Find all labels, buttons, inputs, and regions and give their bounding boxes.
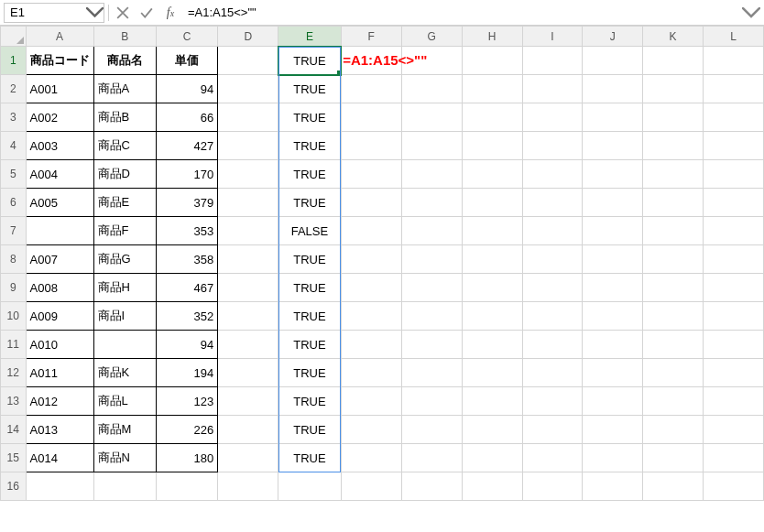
- cell-D1[interactable]: [218, 47, 278, 75]
- cell-L6[interactable]: [704, 189, 764, 217]
- cell-A9[interactable]: A008: [26, 274, 93, 302]
- cell-D16[interactable]: [218, 472, 278, 501]
- cell-A7[interactable]: [26, 217, 93, 245]
- cell-I3[interactable]: [522, 103, 583, 132]
- col-header-B[interactable]: B: [93, 27, 156, 47]
- cell-L13[interactable]: [704, 387, 764, 416]
- row-header-3[interactable]: 3: [1, 103, 27, 132]
- cell-D2[interactable]: [218, 75, 278, 103]
- cell-J5[interactable]: [583, 160, 643, 189]
- cell-I12[interactable]: [522, 359, 583, 387]
- cell-I4[interactable]: [522, 132, 583, 160]
- cell-J3[interactable]: [583, 103, 643, 132]
- row-header-12[interactable]: 12: [1, 359, 27, 387]
- name-box-input[interactable]: [10, 5, 85, 19]
- cell-F2[interactable]: [341, 75, 401, 103]
- cell-G7[interactable]: [401, 217, 462, 245]
- spreadsheet-grid[interactable]: A B C D E F G H I J K L 1商品コード商品名単価TRUE2…: [0, 26, 764, 532]
- cell-H14[interactable]: [462, 416, 522, 444]
- cell-E16[interactable]: [278, 472, 341, 501]
- cell-D14[interactable]: [218, 416, 278, 444]
- cell-G14[interactable]: [401, 416, 462, 444]
- cell-F4[interactable]: [341, 132, 401, 160]
- cell-D6[interactable]: [218, 189, 278, 217]
- name-box[interactable]: [4, 3, 104, 23]
- col-header-J[interactable]: J: [583, 27, 643, 47]
- cell-E6[interactable]: TRUE: [278, 189, 341, 217]
- cell-L3[interactable]: [704, 103, 764, 132]
- cell-B4[interactable]: 商品C: [93, 132, 156, 160]
- cell-F16[interactable]: [341, 472, 401, 501]
- col-header-A[interactable]: A: [26, 27, 93, 47]
- cell-E14[interactable]: TRUE: [278, 416, 341, 444]
- cell-D3[interactable]: [218, 103, 278, 132]
- cell-G12[interactable]: [401, 359, 462, 387]
- cell-C4[interactable]: 427: [156, 132, 217, 160]
- cell-L11[interactable]: [704, 331, 764, 359]
- cell-K10[interactable]: [643, 302, 704, 331]
- cell-J7[interactable]: [583, 217, 643, 245]
- cell-H5[interactable]: [462, 160, 522, 189]
- cell-J6[interactable]: [583, 189, 643, 217]
- cell-E3[interactable]: TRUE: [278, 103, 341, 132]
- cell-F7[interactable]: [341, 217, 401, 245]
- cell-H7[interactable]: [462, 217, 522, 245]
- cell-I5[interactable]: [522, 160, 583, 189]
- cell-G13[interactable]: [401, 387, 462, 416]
- cell-L10[interactable]: [704, 302, 764, 331]
- cell-B9[interactable]: 商品H: [93, 274, 156, 302]
- cell-G2[interactable]: [401, 75, 462, 103]
- cell-L9[interactable]: [704, 274, 764, 302]
- col-header-C[interactable]: C: [156, 27, 217, 47]
- cell-E15[interactable]: TRUE: [278, 444, 341, 472]
- cell-J14[interactable]: [583, 416, 643, 444]
- row-header-8[interactable]: 8: [1, 245, 27, 274]
- cell-I10[interactable]: [522, 302, 583, 331]
- cell-B5[interactable]: 商品D: [93, 160, 156, 189]
- cell-B12[interactable]: 商品K: [93, 359, 156, 387]
- cell-G9[interactable]: [401, 274, 462, 302]
- cell-K5[interactable]: [643, 160, 704, 189]
- cell-C13[interactable]: 123: [156, 387, 217, 416]
- chevron-down-icon[interactable]: [85, 4, 104, 22]
- cell-J2[interactable]: [583, 75, 643, 103]
- cell-H12[interactable]: [462, 359, 522, 387]
- cell-A6[interactable]: A005: [26, 189, 93, 217]
- cell-L2[interactable]: [704, 75, 764, 103]
- cell-J12[interactable]: [583, 359, 643, 387]
- row-header-11[interactable]: 11: [1, 331, 27, 359]
- row-header-4[interactable]: 4: [1, 132, 27, 160]
- cell-L16[interactable]: [704, 472, 764, 501]
- row-header-13[interactable]: 13: [1, 387, 27, 416]
- cell-B1[interactable]: 商品名: [93, 47, 156, 75]
- cell-D12[interactable]: [218, 359, 278, 387]
- cell-B10[interactable]: 商品I: [93, 302, 156, 331]
- col-header-I[interactable]: I: [522, 27, 583, 47]
- cell-K15[interactable]: [643, 444, 704, 472]
- cell-K3[interactable]: [643, 103, 704, 132]
- cell-L7[interactable]: [704, 217, 764, 245]
- cell-G11[interactable]: [401, 331, 462, 359]
- cell-I7[interactable]: [522, 217, 583, 245]
- cell-K8[interactable]: [643, 245, 704, 274]
- cell-A12[interactable]: A011: [26, 359, 93, 387]
- cell-H2[interactable]: [462, 75, 522, 103]
- cell-K14[interactable]: [643, 416, 704, 444]
- cell-K7[interactable]: [643, 217, 704, 245]
- cell-K4[interactable]: [643, 132, 704, 160]
- cell-G3[interactable]: [401, 103, 462, 132]
- cell-I2[interactable]: [522, 75, 583, 103]
- cell-J13[interactable]: [583, 387, 643, 416]
- cell-D7[interactable]: [218, 217, 278, 245]
- cell-B3[interactable]: 商品B: [93, 103, 156, 132]
- cell-H11[interactable]: [462, 331, 522, 359]
- cell-E7[interactable]: FALSE: [278, 217, 341, 245]
- cell-J15[interactable]: [583, 444, 643, 472]
- cell-I11[interactable]: [522, 331, 583, 359]
- cell-H9[interactable]: [462, 274, 522, 302]
- cell-E4[interactable]: TRUE: [278, 132, 341, 160]
- cell-C9[interactable]: 467: [156, 274, 217, 302]
- cell-K9[interactable]: [643, 274, 704, 302]
- cancel-formula-button[interactable]: [113, 3, 133, 23]
- cell-I6[interactable]: [522, 189, 583, 217]
